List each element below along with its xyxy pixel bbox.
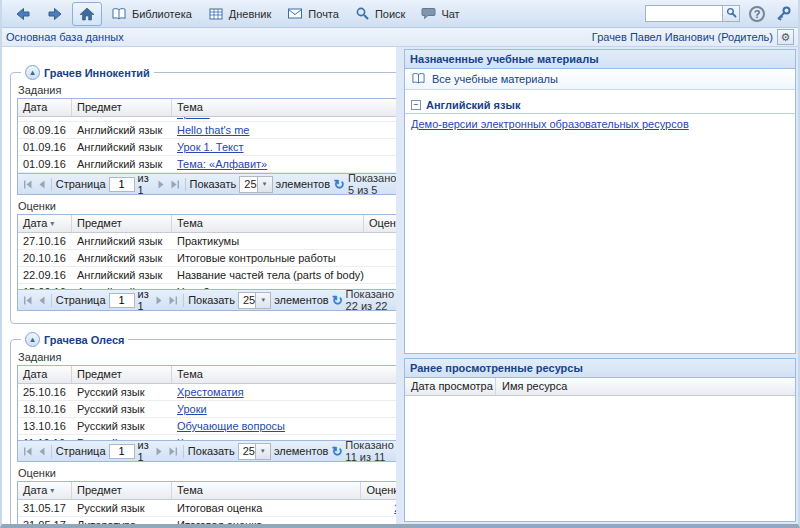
- panel-splitter[interactable]: [396, 47, 404, 524]
- topic-link[interactable]: Тема: «Алфавит»: [177, 158, 267, 170]
- chevron-down-icon[interactable]: ▾: [257, 177, 272, 192]
- sub-header: Основная база данных Грачев Павел Иванов…: [2, 28, 798, 47]
- assigned-materials-header: Назначенные учебные материалы: [405, 50, 795, 69]
- page-of-label: из 1: [138, 172, 153, 196]
- forward-button[interactable]: [40, 2, 70, 26]
- refresh-icon[interactable]: ↻: [333, 177, 345, 192]
- pager: Страница из 1 Показать 25 ▾ элементов ↻: [18, 289, 396, 310]
- next-page-icon[interactable]: [156, 178, 167, 191]
- page-number-input[interactable]: [109, 444, 135, 459]
- page-size-combo[interactable]: 25 ▾: [238, 292, 271, 309]
- library-book-icon: [111, 7, 127, 21]
- column-header-subject[interactable]: Предмет: [72, 215, 172, 232]
- column-header-subject[interactable]: Предмет: [72, 366, 172, 383]
- key-icon[interactable]: [774, 5, 792, 23]
- prev-page-icon[interactable]: [36, 294, 47, 307]
- next-page-icon[interactable]: [154, 445, 165, 458]
- prev-page-icon[interactable]: [36, 445, 47, 458]
- topic-link[interactable]: Хрестоматия: [177, 386, 244, 398]
- page-number-input[interactable]: [109, 177, 135, 192]
- next-page-icon[interactable]: [154, 294, 165, 307]
- diary-button[interactable]: Дневник: [201, 3, 279, 25]
- table-row[interactable]: 27.10.16 Английский язык Практикумы 3: [18, 233, 396, 250]
- subject-group-english[interactable]: − Английский язык: [405, 96, 795, 114]
- first-page-icon[interactable]: [22, 445, 33, 458]
- column-header-topic[interactable]: Тема: [172, 99, 396, 116]
- column-header-date[interactable]: Дата▾: [18, 482, 72, 499]
- show-label: Показать: [188, 445, 235, 457]
- sort-desc-icon: ▾: [50, 482, 54, 499]
- column-header-topic[interactable]: Тема: [172, 482, 361, 499]
- search-icon: [355, 6, 370, 21]
- section-1-title: Грачев Иннокентий: [44, 67, 150, 79]
- grades-grid-1: Дата▾ Предмет Тема Оценка 27.10.16 Англи…: [17, 214, 396, 311]
- table-row[interactable]: 15.09.16 Английский язык Урок 2 3: [18, 284, 396, 289]
- column-header-date[interactable]: Дата: [18, 99, 72, 116]
- section-2-title: Грачева Олеся: [44, 334, 124, 346]
- table-row[interactable]: 31.05.17 Русский язык Итоговая оценка 2: [18, 500, 396, 517]
- page-number-input[interactable]: [109, 293, 135, 308]
- chevron-down-icon[interactable]: ▾: [255, 293, 270, 308]
- column-header-grade[interactable]: Оценка: [364, 215, 396, 232]
- all-materials-item[interactable]: Все учебные материалы: [405, 69, 795, 90]
- column-header-resource-name[interactable]: Имя ресурса: [496, 378, 795, 395]
- column-header-subject[interactable]: Предмет: [72, 482, 172, 499]
- library-button[interactable]: Библиотека: [104, 3, 199, 25]
- mail-envelope-icon: [287, 7, 303, 20]
- global-search-input[interactable]: [645, 5, 723, 22]
- help-icon[interactable]: ?: [749, 6, 765, 22]
- topic-link[interactable]: Конспект урока: [177, 437, 255, 440]
- column-header-date[interactable]: Дата: [18, 366, 72, 383]
- table-row[interactable]: 13.10.16 Русский язык Обучающие вопросы: [18, 418, 396, 435]
- first-page-icon[interactable]: [22, 294, 33, 307]
- material-link[interactable]: Демо-версии электронных образовательных …: [411, 118, 689, 130]
- table-row[interactable]: 20.10.16 Английский язык Итоговые контро…: [18, 250, 396, 267]
- chat-button[interactable]: Чат: [414, 3, 466, 24]
- collapse-minus-icon[interactable]: −: [411, 100, 421, 110]
- column-header-grade[interactable]: Оценка: [361, 482, 396, 499]
- settings-gear-icon[interactable]: ⚙: [777, 29, 794, 45]
- topic-link[interactable]: Обучающие вопросы: [177, 420, 285, 432]
- column-header-subject[interactable]: Предмет: [72, 99, 172, 116]
- column-header-topic[interactable]: Тема: [172, 366, 396, 383]
- home-button[interactable]: [72, 2, 102, 26]
- back-button[interactable]: [8, 2, 38, 26]
- mail-button-label: Почта: [308, 8, 339, 20]
- table-row[interactable]: 25.10.16 Русский язык Хрестоматия: [18, 384, 396, 401]
- column-header-topic[interactable]: Тема: [172, 215, 364, 232]
- table-row[interactable]: 18.10.16 Русский язык Уроки: [18, 401, 396, 418]
- topic-link[interactable]: Урок 2: [177, 117, 210, 119]
- collapse-toggle-icon[interactable]: ▴: [25, 65, 40, 80]
- page-size-combo[interactable]: 25 ▾: [239, 176, 272, 193]
- mail-button[interactable]: Почта: [280, 3, 346, 24]
- page-size-combo[interactable]: 25 ▾: [238, 443, 271, 460]
- first-page-icon[interactable]: [22, 178, 33, 191]
- column-header-view-date[interactable]: Дата просмотра: [405, 378, 496, 395]
- breadcrumb: Основная база данных: [6, 31, 124, 43]
- chevron-down-icon[interactable]: ▾: [255, 444, 270, 459]
- main-area: ▴ Грачев Иннокентий Задания Дата Предмет…: [2, 47, 798, 524]
- topic-link[interactable]: Урок 1. Текст: [177, 141, 244, 153]
- section-grachev-innokentiy: ▴ Грачев Иннокентий Задания Дата Предмет…: [10, 65, 396, 324]
- diary-grid-icon: [208, 7, 224, 21]
- last-page-icon[interactable]: [168, 294, 179, 307]
- last-page-icon[interactable]: [170, 178, 181, 191]
- prev-page-icon[interactable]: [36, 178, 47, 191]
- book-icon: [411, 72, 426, 87]
- topic-link[interactable]: Уроки: [177, 403, 207, 415]
- global-search-submit-button[interactable]: [722, 5, 740, 22]
- last-page-icon[interactable]: [168, 445, 179, 458]
- refresh-icon[interactable]: ↻: [331, 444, 342, 459]
- table-row[interactable]: 01.09.16 Английский язык Урок 1. Текст: [18, 139, 396, 156]
- table-row[interactable]: 11.10.16 Русский язык Конспект урока: [18, 435, 396, 440]
- topic-link[interactable]: Hello that's me: [177, 124, 249, 136]
- table-row[interactable]: 31.05.17 Литература Итоговая оценка 4: [18, 517, 396, 524]
- table-row[interactable]: 22.09.16 Английский язык Название частей…: [18, 267, 396, 284]
- search-button[interactable]: Поиск: [348, 2, 412, 25]
- table-row[interactable]: 08.09.16 Английский язык Hello that's me: [18, 122, 396, 139]
- viewed-resources-panel: Ранее просмотренные ресурсы Дата просмот…: [404, 358, 796, 522]
- column-header-date[interactable]: Дата▾: [18, 215, 72, 232]
- collapse-toggle-icon[interactable]: ▴: [25, 332, 40, 347]
- refresh-icon[interactable]: ↻: [332, 293, 343, 308]
- table-row[interactable]: 01.09.16 Английский язык Тема: «Алфавит»: [18, 156, 396, 173]
